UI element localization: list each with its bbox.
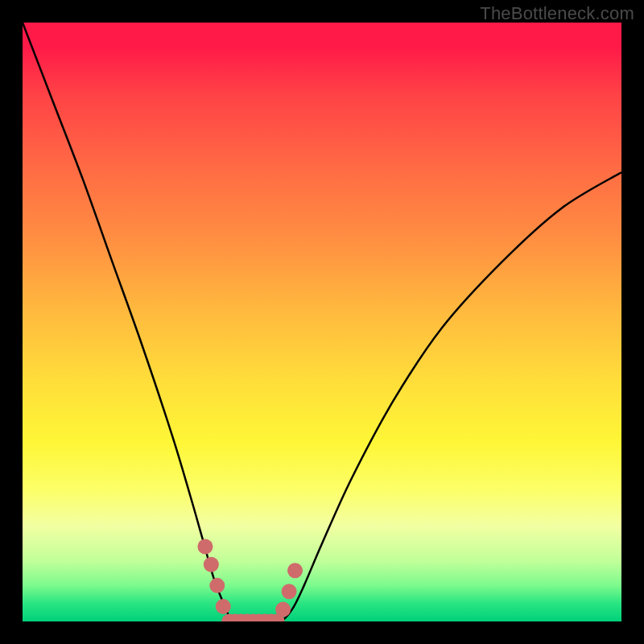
marker-dot xyxy=(204,557,219,572)
marker-dot xyxy=(282,584,297,599)
chart-svg xyxy=(23,23,621,621)
marker-dot xyxy=(197,539,213,555)
marker-dot xyxy=(275,602,291,617)
outer-frame: TheBottleneck.com xyxy=(0,0,644,644)
marker-dot xyxy=(287,563,303,578)
marker-dot xyxy=(216,599,231,614)
marker-group xyxy=(197,539,303,622)
marker-dot xyxy=(209,578,225,593)
bottleneck-curve-path xyxy=(23,23,621,621)
curve-group xyxy=(23,23,621,621)
watermark-text: TheBottleneck.com xyxy=(480,3,634,24)
plot-area xyxy=(23,23,621,621)
